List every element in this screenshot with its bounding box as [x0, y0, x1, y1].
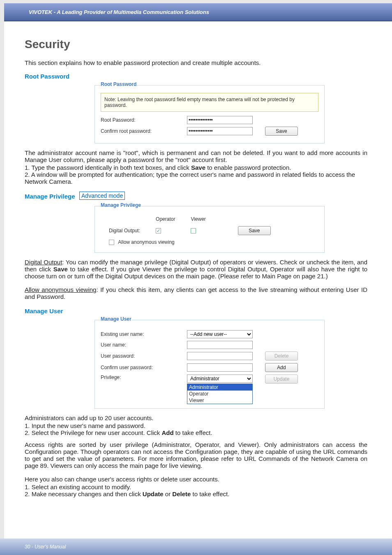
root-password-heading: Root Password	[25, 73, 367, 80]
privilege-save-button[interactable]: Save	[238, 226, 271, 235]
allow-anonymous-checkbox[interactable]	[109, 240, 114, 245]
manage-user-step-2: 2. Select the Privilege for new user acc…	[25, 429, 367, 436]
intro-text: This section explains how to enable pass…	[25, 59, 367, 66]
privilege-option-viewer[interactable]: Viewer	[187, 397, 252, 404]
root-password-label: Root Password:	[101, 117, 187, 123]
user-password-label: User password:	[101, 353, 187, 359]
username-input[interactable]	[187, 341, 253, 349]
operator-digital-output-checkbox[interactable]	[156, 228, 161, 234]
row-digital-output-label: Digital Output:	[101, 224, 148, 237]
privilege-option-administrator[interactable]: Administrator	[187, 384, 252, 391]
privilege-options-list[interactable]: Administrator Operator Viewer	[187, 384, 253, 404]
delete-button[interactable]: Delete	[265, 352, 298, 361]
existing-user-label: Existing user name:	[101, 331, 187, 337]
allow-anonymous-description: Allow anonymous viewing: If you check th…	[25, 286, 367, 300]
privilege-option-operator[interactable]: Operator	[187, 391, 252, 397]
manage-privilege-panel: Manage Privilege Operator Viewer Digital…	[95, 203, 325, 253]
access-rights-description: Access rights are sorted by user privile…	[25, 441, 367, 469]
root-password-input[interactable]	[187, 116, 253, 124]
manage-user-step-1: 1. Input the new user's name and passwor…	[25, 422, 367, 429]
column-viewer: Viewer	[183, 215, 213, 224]
digital-output-description: Digital Output: You can modify the manag…	[25, 259, 367, 280]
root-step-1: 1. Type the password identically in both…	[25, 164, 367, 171]
existing-user-select[interactable]: --Add new user--	[187, 330, 253, 338]
confirm-user-password-input[interactable]	[187, 363, 253, 372]
change-delete-step-1: 1. Select an existing account to modify.	[25, 483, 367, 490]
allow-anonymous-label: Allow anonymous viewing	[118, 239, 174, 245]
confirm-root-password-label: Confirm root password:	[101, 128, 187, 134]
username-label: User name:	[101, 342, 187, 348]
privilege-label: Privilege:	[101, 375, 187, 380]
header-bar: VIVOTEK - A Leading Provider of Multimed…	[0, 0, 392, 21]
page-title: Security	[25, 38, 367, 51]
page-number: 30 - User's Manual	[25, 544, 66, 550]
left-margin-stripe	[0, 0, 4, 555]
manage-user-intro: Administrators can add up to 20 user acc…	[25, 414, 367, 421]
column-operator: Operator	[148, 215, 182, 224]
manage-privilege-heading: Manage Privilege	[25, 193, 75, 200]
root-password-legend: Root Password	[101, 81, 136, 87]
manage-user-panel: Manage User Existing user name: --Add ne…	[95, 317, 325, 409]
brand-text: VIVOTEK - A Leading Provider of Multimed…	[29, 9, 209, 15]
add-button[interactable]: Add	[265, 363, 298, 372]
root-step-2: 2. A window will be prompted for authent…	[25, 171, 367, 185]
change-delete-step-2: 2. Make necessary changes and then click…	[25, 490, 367, 497]
root-password-panel: Root Password Note: Leaving the root pas…	[95, 82, 325, 143]
manage-user-heading: Manage User	[25, 308, 367, 314]
save-button[interactable]: Save	[265, 127, 298, 136]
root-description: The administrator account name is "root"…	[25, 149, 367, 163]
update-button[interactable]: Update	[265, 375, 298, 384]
footer-bar: 30 - User's Manual	[0, 539, 392, 555]
manage-user-legend: Manage User	[101, 316, 131, 322]
confirm-root-password-input[interactable]	[187, 127, 253, 135]
root-password-note: Note: Leaving the root password field em…	[101, 93, 318, 112]
privilege-select[interactable]: Administrator	[187, 375, 253, 383]
confirm-user-password-label: Confirm user password:	[101, 365, 187, 370]
manage-privilege-legend: Manage Privilege	[101, 202, 141, 208]
user-password-input[interactable]	[187, 352, 253, 360]
change-delete-intro: Here you also can change user's access r…	[25, 476, 367, 483]
advanced-mode-badge: Advanced mode	[79, 192, 125, 200]
viewer-digital-output-checkbox[interactable]	[191, 228, 196, 234]
